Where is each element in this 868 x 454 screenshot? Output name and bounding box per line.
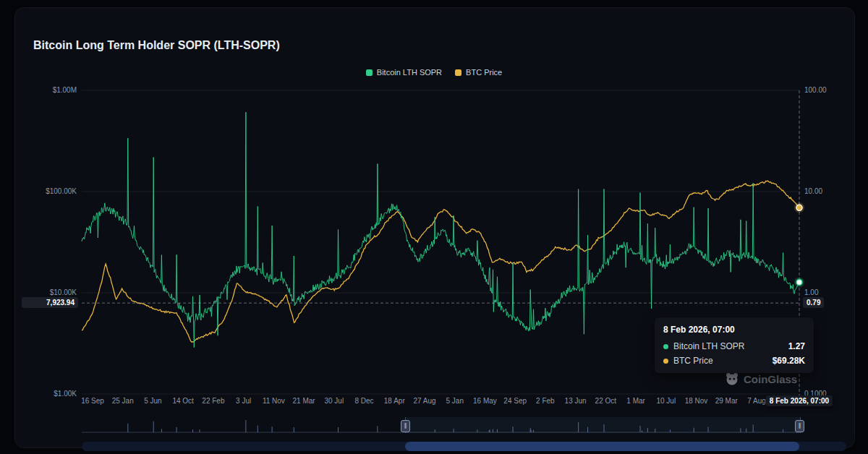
sopr-swatch-icon <box>366 69 373 76</box>
watermark-text: CoinGlass <box>744 373 797 385</box>
tooltip-value: 1.27 <box>788 341 805 351</box>
tooltip: 8 Feb 2026, 07:00 Bitcoin LTH SOPR 1.27 … <box>655 317 814 373</box>
x-axis-tick: 18 Apr <box>384 397 405 405</box>
crosshair-sopr-label: 0.79 <box>803 297 824 308</box>
x-axis-tick: 10 Jul <box>656 397 676 405</box>
x-axis-tick: 27 Aug <box>413 397 435 405</box>
tooltip-row-price: BTC Price $69.28K <box>663 356 805 366</box>
legend-label: Bitcoin LTH SOPR <box>377 68 442 77</box>
scrollbar-thumb[interactable] <box>405 442 799 451</box>
x-axis-tick: 21 Mar <box>293 397 315 405</box>
legend-item-price[interactable]: BTC Price <box>455 68 502 77</box>
x-axis-tick: 24 Sep <box>503 397 527 405</box>
coinglass-logo-icon <box>726 372 739 385</box>
y-axis-tick-left: $1.00K <box>0 390 77 398</box>
tooltip-label: Bitcoin LTH SOPR <box>673 341 783 351</box>
watermark: CoinGlass <box>726 372 797 385</box>
x-axis-tick: 29 Mar <box>715 397 738 405</box>
crosshair-date-label: 8 Feb 2026, 07:00 <box>766 395 833 406</box>
x-axis-tick: 30 Jul <box>324 397 344 405</box>
navigator-left-handle[interactable]: ∥ <box>401 420 410 432</box>
y-axis-tick-right: 1.00 <box>804 288 818 296</box>
x-axis-tick: 3 Jul <box>236 397 251 405</box>
navigator-right-handle[interactable]: ∥ <box>795 420 804 432</box>
x-axis-tick: 22 Oct <box>595 397 616 405</box>
y-axis-tick-right: 100.00 <box>804 86 827 94</box>
x-axis-tick: 8 Dec <box>354 397 373 405</box>
x-axis-tick: 22 Feb <box>202 397 224 405</box>
x-axis-tick: 14 Oct <box>172 397 193 405</box>
x-axis-tick: 13 Jun <box>565 397 587 405</box>
x-axis-tick: 7 Aug <box>747 397 766 405</box>
navigator-selection[interactable] <box>405 417 801 433</box>
y-axis-tick-left: $10.00K <box>0 288 77 296</box>
x-axis-tick: 25 Jan <box>112 397 134 405</box>
legend-item-sopr[interactable]: Bitcoin LTH SOPR <box>366 68 442 77</box>
tooltip-label: BTC Price <box>673 356 767 366</box>
x-axis-tick: 5 Jan <box>446 397 463 405</box>
legend: Bitcoin LTH SOPR BTC Price <box>0 68 868 77</box>
price-swatch-icon <box>455 69 461 76</box>
tooltip-row-sopr: Bitcoin LTH SOPR 1.27 <box>663 341 805 351</box>
price-dot-icon <box>663 359 668 364</box>
crosshair-price-label: 7,923.94 <box>22 297 78 308</box>
x-axis-tick: 16 May <box>473 397 497 405</box>
y-axis-tick-left: $100.00K <box>0 187 77 195</box>
x-axis-tick: 16 Sep <box>81 397 104 405</box>
sopr-dot-icon <box>663 344 668 349</box>
x-axis-tick: 5 Jun <box>144 397 161 405</box>
y-axis-tick-left: $1.00M <box>0 86 77 94</box>
grip-icon: ∥ <box>404 422 407 429</box>
tooltip-title: 8 Feb 2026, 07:00 <box>663 325 805 335</box>
page-title: Bitcoin Long Term Holder SOPR (LTH-SOPR) <box>33 39 280 52</box>
grip-icon: ∥ <box>799 422 801 429</box>
x-axis-tick: 2 Feb <box>536 397 555 405</box>
x-axis-tick: 11 Nov <box>263 397 285 405</box>
x-axis-tick: 18 Nov <box>685 397 708 405</box>
x-axis-tick: 1 Mar <box>626 397 645 405</box>
legend-label: BTC Price <box>466 68 502 77</box>
y-axis-tick-right: 10.00 <box>804 187 822 195</box>
tooltip-value: $69.28K <box>773 356 805 366</box>
